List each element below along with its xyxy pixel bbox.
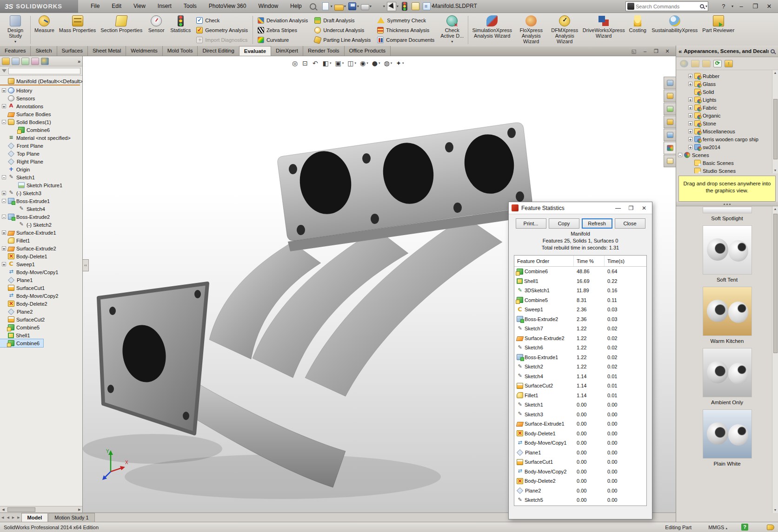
dropdown-arrow-icon[interactable]: ▾	[344, 4, 346, 8]
statistics-row[interactable]: Surface-Extrude1 0.00 0.00	[514, 419, 646, 429]
statistics-row[interactable]: Combine6 48.86 0.64	[514, 267, 646, 276]
statistics-row[interactable]: 3DSketch1 11.89 0.16	[514, 286, 646, 296]
feature-tree-item[interactable]: - Sketch1	[0, 173, 82, 181]
close-dialog-button[interactable]: Close	[615, 218, 645, 229]
filter-funnel-icon[interactable]	[2, 69, 7, 72]
statistics-row[interactable]: Body-Move/Copy2 0.00 0.00	[514, 467, 646, 477]
statistics-row[interactable]: Sketch1 0.00 0.00	[514, 400, 646, 410]
dropdown-arrow-icon[interactable]: ▾	[397, 4, 399, 8]
print-button[interactable]: Print...	[516, 218, 546, 229]
dialog-minimize-button[interactable]: —	[613, 205, 623, 211]
solidworks-resources-tab-icon[interactable]	[664, 77, 676, 89]
check-button[interactable]: Check	[195, 16, 249, 25]
scene-item[interactable]: Ambient Only	[676, 348, 778, 405]
edit-appearance-icon[interactable]: ● ▾	[371, 59, 382, 67]
feature-tree-item[interactable]: Plane2	[0, 308, 82, 315]
floxpress-button[interactable]: FloXpress Analysis Wizard	[514, 14, 548, 46]
dropdown-arrow-icon[interactable]: ▾	[357, 4, 359, 8]
appearance-tree-item[interactable]: + sw2014	[676, 143, 778, 151]
statistics-row[interactable]: Fillet1 1.14 0.01	[514, 391, 646, 401]
pane-splitter[interactable]: ▲▲▲	[676, 202, 778, 206]
command-tab[interactable]: Surfaces	[57, 46, 88, 56]
statistics-row[interactable]: SurfaceCut1 0.00 0.00	[514, 457, 646, 467]
feature-tree-item[interactable]: Plane1	[0, 276, 82, 284]
command-tab[interactable]: Evaluate	[239, 46, 271, 56]
appearance-tree-item[interactable]: + Rubber	[676, 72, 778, 80]
scroll-up-icon[interactable]: ▲	[774, 206, 777, 212]
new-folder-icon[interactable]	[691, 60, 699, 67]
dimxpertmanager-tab-icon[interactable]	[31, 58, 39, 65]
panel-collapse-handle[interactable]: ‹‹	[83, 259, 89, 271]
search-commands-box[interactable]: ▾	[625, 1, 708, 11]
expand-toggle-icon[interactable]: -	[2, 120, 6, 124]
displaymanager-tab-icon[interactable]	[41, 58, 49, 65]
motion-study-tab[interactable]: Motion Study 1	[48, 513, 94, 522]
statistics-row[interactable]: Boss-Extrude2 2.36 0.03	[514, 315, 646, 324]
pin-menu-icon[interactable]	[310, 3, 316, 10]
compare-documents-button[interactable]: Compare Documents	[376, 35, 436, 44]
feature-tree-item[interactable]: SurfaceCut1	[0, 284, 82, 292]
dropdown-arrow-icon[interactable]: ▾	[383, 4, 385, 8]
measure-button[interactable]: Measure	[32, 14, 57, 46]
menu-item[interactable]: Help	[284, 0, 308, 13]
feature-tree-item[interactable]: Combine5	[0, 323, 82, 331]
feature-tree-item[interactable]: Body-Delete2	[0, 300, 82, 308]
sustainabilityxpress-button[interactable]: SustainabilityXpress	[649, 14, 700, 46]
expand-toggle-icon[interactable]: +	[2, 246, 6, 250]
view-orientation-icon[interactable]: ▣ ▾	[333, 59, 345, 67]
document-close-icon[interactable]: ✕	[664, 47, 671, 55]
statistics-row[interactable]: Combine5 8.31 0.11	[514, 296, 646, 305]
expand-toggle-icon[interactable]: +	[2, 88, 6, 92]
view-palette-tab-icon[interactable]	[664, 129, 676, 141]
search-input[interactable]	[636, 4, 700, 9]
statistics-row[interactable]: Sketch7 1.22 0.02	[514, 324, 646, 334]
dropdown-arrow-icon[interactable]: ▾	[331, 4, 332, 8]
dialog-close-button[interactable]: ✕	[639, 205, 649, 211]
solidworks-home-tab-icon[interactable]	[664, 90, 676, 102]
expand-toggle-icon[interactable]: +	[688, 145, 692, 149]
part-reviewer-button[interactable]: Part Reviewer	[700, 14, 737, 46]
previous-view-icon[interactable]: ↶	[311, 59, 320, 67]
scene-thumbnail[interactable]	[703, 226, 751, 274]
expand-toggle-icon[interactable]: -	[2, 199, 6, 203]
scroll-left-icon[interactable]: ◀	[0, 508, 7, 512]
open-document-icon[interactable]	[334, 5, 344, 11]
draft-analysis-button[interactable]: Draft Analysis	[313, 16, 372, 25]
feature-tree-item[interactable]: Top Plane	[0, 150, 82, 158]
appearance-tree-item[interactable]: + Stone	[676, 119, 778, 127]
menu-item[interactable]: PhotoView 360	[203, 0, 253, 13]
command-tab[interactable]: Render Tools	[303, 46, 345, 56]
menu-item[interactable]: Edit	[106, 0, 127, 13]
scene-item[interactable]: Plain White	[676, 410, 778, 466]
tree-scrollbar[interactable]: ▲ ▼	[772, 70, 778, 173]
tree-filter-field[interactable]	[8, 68, 80, 74]
feature-tree-item[interactable]: + Annotations	[0, 102, 82, 110]
appearance-tree-item[interactable]: Studio Scenes	[676, 167, 778, 173]
appearance-tree-item[interactable]: Basic Scenes	[676, 159, 778, 167]
configurationmanager-tab-icon[interactable]	[21, 58, 29, 65]
feature-tree-item[interactable]: Body-Move/Copy2	[0, 292, 82, 300]
document-minimize-icon[interactable]: –	[641, 47, 649, 55]
statistics-row[interactable]: Body-Delete1 0.00 0.00	[514, 429, 646, 439]
statistics-row[interactable]: Surface-Extrude2 1.22 0.02	[514, 334, 646, 343]
minimize-button[interactable]: –	[735, 0, 747, 13]
command-tab[interactable]: Mold Tools	[163, 46, 198, 56]
feature-tree-item[interactable]: (-) Sketch2	[0, 221, 82, 229]
simulationxpress-button[interactable]: SimulationXpress Analysis Wizard	[470, 14, 514, 46]
up-one-level-icon[interactable]	[725, 60, 733, 67]
maximize-button[interactable]: ❐	[749, 0, 761, 13]
column-feature-order[interactable]: Feature Order	[514, 256, 574, 266]
feature-tree-item[interactable]: + Surface-Extrude1	[0, 229, 82, 236]
menu-item[interactable]: File	[85, 0, 106, 13]
tab-scroll-icon[interactable]: ◀	[5, 513, 10, 522]
collapse-panel-icon[interactable]: «	[678, 48, 682, 55]
feature-tree-item[interactable]: - Boss-Extrude2	[0, 213, 82, 221]
expand-toggle-icon[interactable]: +	[688, 129, 692, 133]
statistics-row[interactable]: Sketch3 0.00 0.00	[514, 410, 646, 420]
statistics-row[interactable]: Sketch4 1.14 0.01	[514, 372, 646, 381]
expand-toggle-icon[interactable]: +	[2, 230, 6, 235]
expand-toggle-icon[interactable]: +	[688, 98, 692, 102]
scene-thumbnail[interactable]	[703, 287, 751, 335]
feature-tree-item[interactable]: SurfaceCut2	[0, 315, 82, 323]
column-time-seconds[interactable]: Time(s)	[605, 256, 634, 266]
